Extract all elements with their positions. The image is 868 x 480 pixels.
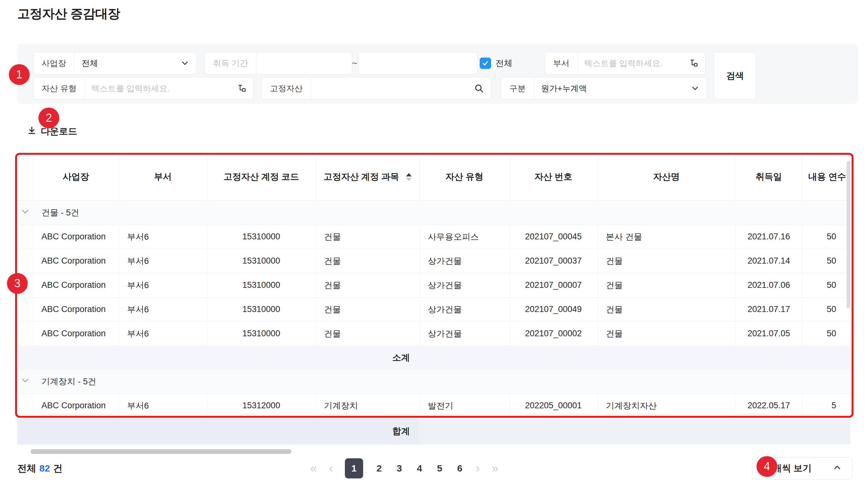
period-from-input[interactable] — [256, 52, 352, 74]
chevron-down-icon[interactable] — [21, 376, 30, 385]
vertical-scrollbar[interactable] — [846, 161, 850, 308]
total-row: 합계 — [17, 418, 850, 444]
column-header[interactable]: 자산 번호 — [509, 153, 597, 200]
table-row[interactable]: ABC Corporation부서615310000건물사무용오피스202107… — [17, 225, 850, 249]
column-header[interactable]: 고정자산 계정 과목 — [316, 153, 420, 200]
search-icon[interactable] — [474, 77, 491, 99]
row-gutter — [17, 297, 33, 321]
table-cell: 건물 — [316, 273, 420, 297]
column-header[interactable]: 고정자산 계정 코드 — [207, 153, 316, 200]
last-page-icon[interactable]: » — [492, 462, 498, 474]
page-number[interactable]: 3 — [395, 463, 403, 474]
footer: 전체 82 건 « ‹ 123456 › » 15개씩 보기 — [0, 457, 868, 480]
annotation-badge-2: 2 — [38, 108, 59, 128]
table-cell: 부서6 — [119, 249, 207, 273]
subtotal-values — [420, 346, 850, 369]
first-page-icon[interactable]: « — [310, 462, 317, 474]
page-number[interactable]: 5 — [436, 463, 444, 474]
column-header[interactable]: 부서 — [119, 153, 207, 200]
table-cell: 상가건물 — [420, 321, 509, 346]
table-cell: 기계장치자산 — [597, 393, 735, 418]
page-numbers: 123456 — [345, 458, 464, 478]
horizontal-scrollbar[interactable] — [31, 449, 291, 454]
group-row[interactable]: 건물 - 5건 — [17, 200, 850, 225]
table-cell: ABC Corporation — [33, 393, 119, 418]
previous-page-icon[interactable]: ‹ — [329, 462, 333, 474]
total-count-suffix: 건 — [53, 462, 62, 475]
search-button[interactable]: 검색 — [714, 52, 756, 100]
table-cell: 2021.07.05 — [735, 321, 802, 346]
table-row[interactable]: ABC Corporation부서615312000기계장치발전기202205_… — [17, 393, 850, 418]
group-row[interactable]: 기계장치 - 5건 — [17, 369, 850, 393]
table-cell: 상가건물 — [420, 297, 509, 321]
page-number[interactable]: 6 — [456, 463, 464, 474]
table-cell: 건물 — [316, 321, 420, 346]
table-cell: 50 — [802, 249, 850, 273]
table-cell: 발전기 — [420, 393, 509, 418]
table-row[interactable]: ABC Corporation부서615310000건물상가건물202107_0… — [17, 249, 850, 273]
table-cell: 기계장치 — [316, 393, 420, 418]
table-cell: 15310000 — [207, 225, 316, 249]
table-cell: 15310000 — [207, 273, 316, 297]
annotation-badge-4: 4 — [756, 456, 777, 477]
page-number[interactable]: 2 — [375, 463, 383, 474]
column-header[interactable]: 내용 연수 — [802, 153, 850, 200]
fixed-asset-input[interactable] — [311, 77, 474, 99]
table-cell: ABC Corporation — [33, 249, 119, 273]
column-header[interactable]: 취득일 — [735, 153, 802, 200]
org-tree-icon[interactable] — [236, 77, 253, 99]
table-cell: ABC Corporation — [33, 321, 119, 346]
page-number-active[interactable]: 1 — [345, 458, 363, 478]
table-cell: 202107_00045 — [509, 225, 597, 249]
row-gutter — [17, 249, 33, 273]
workplace-value: 전체 — [82, 58, 98, 69]
table-cell: 5 — [802, 393, 850, 418]
pagination: « ‹ 123456 › » — [310, 457, 499, 480]
division-select[interactable]: 원가+누계액 — [534, 77, 690, 99]
table-cell: ABC Corporation — [33, 225, 119, 249]
asset-type-label: 자산 유형 — [33, 77, 85, 99]
row-gutter — [17, 225, 33, 249]
table-row[interactable]: ABC Corporation부서615310000건물상가건물202107_0… — [17, 297, 850, 321]
table-cell: 50 — [802, 225, 850, 249]
workplace-label: 사업장 — [33, 52, 75, 74]
table-row[interactable]: ABC Corporation부서615310000건물상가건물202107_0… — [17, 273, 850, 297]
column-header[interactable]: 사업장 — [33, 153, 119, 200]
division-label: 구분 — [501, 77, 534, 99]
table-cell: 202107_00007 — [509, 273, 597, 297]
table-cell: 202107_00037 — [509, 249, 597, 273]
period-to-input[interactable] — [358, 52, 478, 74]
table-cell: 건물 — [316, 297, 420, 321]
total-count: 전체 82 건 — [17, 457, 62, 480]
sort-icon[interactable] — [406, 173, 412, 181]
all-checkbox[interactable] — [480, 58, 491, 69]
page-number[interactable]: 4 — [415, 463, 424, 474]
table-cell: 부서6 — [119, 393, 207, 418]
table-cell: 202205_00001 — [509, 393, 597, 418]
department-label: 부서 — [545, 52, 578, 74]
table-row[interactable]: ABC Corporation부서615310000건물상가건물202107_0… — [17, 321, 850, 346]
department-input[interactable] — [578, 52, 688, 74]
asset-type-input[interactable] — [85, 77, 236, 99]
chevron-down-icon[interactable] — [21, 207, 30, 216]
table-head-row: 사업장부서고정자산 계정 코드고정자산 계정 과목 자산 유형자산 번호자산명취… — [17, 153, 850, 200]
filter-panel: 사업장 전체 취득 기간 ~ 전체 부서 검색 자산 유형 고정자산 — [17, 44, 858, 104]
org-tree-icon[interactable] — [688, 52, 705, 74]
column-header[interactable]: 자산명 — [597, 153, 735, 200]
page-title: 고정자산 증감대장 — [17, 5, 120, 22]
column-header[interactable]: 자산 유형 — [420, 153, 509, 200]
table-cell: 건물 — [597, 297, 735, 321]
division-value: 원가+누계액 — [541, 83, 587, 94]
fixed-asset-table: 사업장부서고정자산 계정 코드고정자산 계정 과목 자산 유형자산 번호자산명취… — [17, 153, 850, 444]
fixed-asset-label: 고정자산 — [262, 77, 311, 99]
workplace-select[interactable]: 전체 — [75, 52, 180, 74]
table-cell: 건물 — [316, 249, 420, 273]
table-cell: 2021.07.14 — [735, 249, 802, 273]
table-cell: 건물 — [597, 273, 735, 297]
table-cell: 50 — [802, 321, 850, 346]
row-gutter — [17, 393, 33, 418]
gutter-header — [17, 153, 33, 200]
table-cell: 2022.05.17 — [735, 393, 802, 418]
next-page-icon[interactable]: › — [476, 462, 480, 474]
division-filter: 구분 원가+누계액 — [501, 77, 707, 100]
